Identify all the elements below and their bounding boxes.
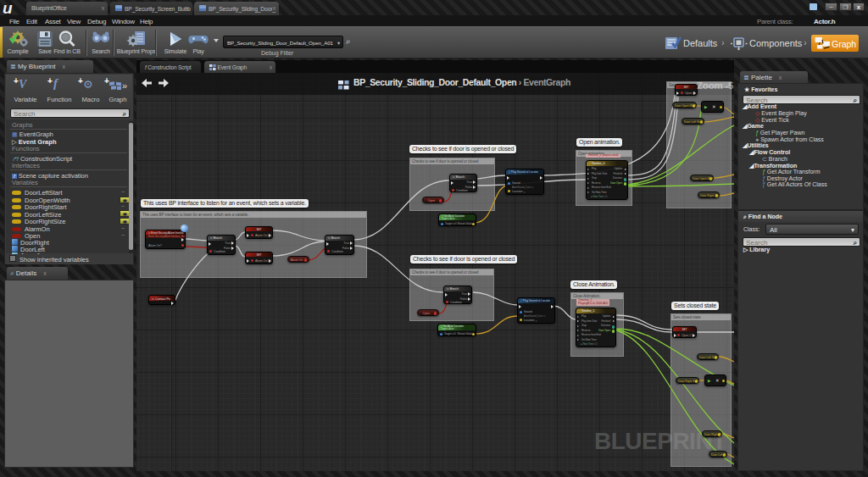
- svg-text:u: u: [3, 1, 13, 14]
